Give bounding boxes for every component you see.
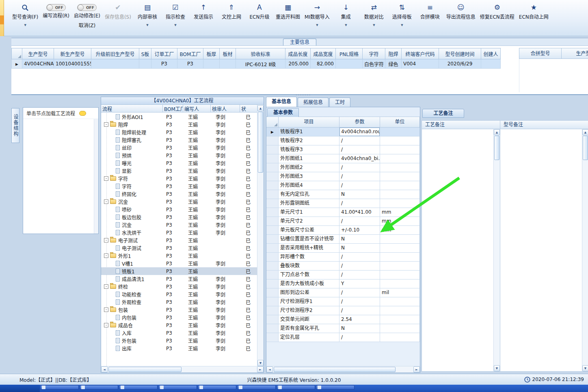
column-header[interactable]: 单位 bbox=[380, 117, 420, 128]
toolbar-button[interactable]: A ECN升级 ▼ bbox=[248, 2, 271, 27]
process-step-row[interactable]: - 喷砂 P3 王娟 李剑 已 bbox=[101, 206, 257, 213]
column-header[interactable]: 工艺备注 bbox=[422, 120, 500, 129]
column-header[interactable]: 参数 bbox=[339, 117, 380, 128]
param-row[interactable]: ▶ 单元尺寸1 41.00*41.00 mm bbox=[266, 208, 420, 217]
toolbar-button[interactable]: ▤ 内部审核 ▼ bbox=[136, 2, 159, 27]
row-selector[interactable]: ▶ bbox=[266, 244, 279, 253]
toolbar-button[interactable]: ▦ 重选开料图 ▼ bbox=[276, 2, 300, 27]
taskbar-button[interactable] bbox=[80, 385, 118, 390]
process-step-row[interactable]: - 电子测试 P3 王娟 已 bbox=[101, 244, 257, 252]
param-row[interactable]: ▶ 有无内定位孔 N bbox=[266, 190, 420, 199]
param-value-cell[interactable]: N bbox=[339, 324, 380, 333]
toolbar-button[interactable]: ☺ 导出流程信息 ▼ bbox=[446, 2, 476, 27]
param-value-cell[interactable]: N bbox=[339, 235, 380, 244]
write-flow-toggle[interactable]: OFF bbox=[46, 4, 66, 11]
row-selector[interactable]: ▶ bbox=[266, 208, 279, 217]
param-row[interactable]: ▶ 图形到边公差 / mil bbox=[266, 288, 420, 297]
chevron-down-icon[interactable]: ▼ bbox=[174, 24, 176, 27]
param-value-cell[interactable]: 4v004chna0.rou bbox=[339, 128, 380, 136]
collapse-icon[interactable]: - bbox=[104, 238, 108, 243]
taskbar-button[interactable] bbox=[198, 385, 236, 390]
process-step-row[interactable]: - 内包装 P3 王娟 李剑 已 bbox=[101, 314, 257, 321]
row-selector[interactable]: ▶ bbox=[266, 324, 279, 333]
column-header[interactable]: 验收标准 bbox=[236, 48, 285, 59]
column-header[interactable]: 成品长度 bbox=[285, 48, 311, 59]
enable-modify-toggle[interactable]: OFF bbox=[77, 4, 97, 11]
column-header[interactable]: BOM工厂 bbox=[163, 105, 183, 113]
scroll-up-button[interactable]: ▲ bbox=[257, 105, 264, 111]
process-step-row[interactable]: - 板边包胶 P3 王娟 李剑 已 bbox=[101, 213, 257, 221]
tab-device-structure[interactable]: 设备结构 bbox=[11, 108, 19, 143]
toolbar-button[interactable]: ⇑ 文控上网 ▼ bbox=[220, 2, 243, 27]
column-header[interactable]: 生产型号 bbox=[22, 48, 54, 59]
model-notes-area[interactable]: ▲ ▼ bbox=[500, 129, 588, 372]
column-header[interactable]: 合拼型号 bbox=[519, 48, 562, 59]
row-selector[interactable]: ▶ bbox=[266, 297, 279, 306]
param-value-cell[interactable]: N bbox=[339, 190, 380, 199]
param-row[interactable]: ▶ 铣板程序3 / bbox=[266, 145, 420, 154]
process-step-row[interactable]: - 出库 P3 王娟 李剑 已 bbox=[101, 344, 257, 352]
process-step-row[interactable]: - 字符 P3 王娟 李剑 已 bbox=[101, 182, 257, 190]
taskbar-button[interactable] bbox=[40, 385, 79, 390]
process-step-row[interactable]: - 入库 P3 王娟 李剑 已 bbox=[101, 329, 257, 337]
column-header[interactable]: 型号备注 bbox=[500, 120, 588, 129]
vertical-scrollbar[interactable] bbox=[94, 119, 98, 234]
param-row[interactable]: ▶ 是否为大板铣成小板 Y bbox=[266, 279, 420, 288]
column-header[interactable]: 生产型号 bbox=[562, 48, 588, 59]
toolbar-button[interactable]: ★ ECN自动上网 ▼ bbox=[519, 2, 549, 27]
row-selector[interactable]: ▶ bbox=[266, 271, 279, 279]
scroll-right-button[interactable]: ► bbox=[413, 366, 420, 373]
param-value-cell[interactable]: 2.54 bbox=[339, 315, 380, 324]
toolbar-button[interactable]: ☑ 指示检查 ▼ bbox=[164, 2, 187, 27]
param-row[interactable]: ▶ 下刀点总个数 / bbox=[266, 271, 420, 279]
process-step-row[interactable]: - 预烘 P3 王娟 李剑 已 bbox=[101, 152, 257, 159]
param-row[interactable]: ▶ 单元板尺寸公差 +/-0.10 mm bbox=[266, 226, 420, 235]
scroll-down-button[interactable]: ▼ bbox=[494, 365, 500, 371]
param-row[interactable]: ▶ 铣板程序2 / bbox=[266, 136, 420, 145]
row-selector[interactable]: ▶ bbox=[12, 59, 22, 69]
param-row[interactable]: ▶ 交货单元间距 2.54 bbox=[266, 315, 420, 324]
toolbar-button[interactable]: ⇄ 数据对比 ▼ bbox=[362, 2, 386, 27]
param-value-cell[interactable]: / bbox=[339, 172, 380, 181]
taskbar-button[interactable] bbox=[316, 385, 355, 390]
chevron-down-icon[interactable]: ▼ bbox=[373, 24, 375, 27]
row-selector[interactable]: ▶ bbox=[266, 253, 279, 262]
row-selector[interactable]: ▶ bbox=[266, 181, 279, 190]
chevron-down-icon[interactable]: ▼ bbox=[146, 24, 148, 27]
model-query-button[interactable]: 型号查询(F) ▼ bbox=[12, 2, 38, 27]
select-all-corner[interactable] bbox=[266, 117, 279, 128]
scrollbar-thumb[interactable] bbox=[494, 136, 499, 160]
column-header[interactable]: 流程 bbox=[101, 105, 163, 113]
toolbar-button[interactable]: ↑ 发送指示 ▼ bbox=[192, 2, 215, 27]
param-row[interactable]: ▶ 异形槽个数 / bbox=[266, 253, 420, 262]
process-step-row[interactable]: - 沉金 P3 王娟 李剑 已 bbox=[101, 221, 257, 229]
param-value-cell[interactable]: / bbox=[339, 262, 380, 271]
process-step-row[interactable]: - 终检 P3 王娟 李剑 已 bbox=[101, 283, 257, 290]
param-value-cell[interactable]: / bbox=[339, 253, 380, 262]
param-value-cell[interactable]: / bbox=[339, 306, 380, 315]
param-row[interactable]: ▶ 铣板程序1 4v004chna0.rou bbox=[266, 128, 420, 136]
scrollbar-thumb[interactable] bbox=[583, 136, 588, 160]
process-step-row[interactable]: - 水洗烘干 P3 王娟 李剑 已 bbox=[101, 229, 257, 236]
process-step-row[interactable]: - 外观检查 P3 王娟 李剑 已 bbox=[101, 298, 257, 306]
process-step-row[interactable]: - 阻焊前处理 P3 王娟 李剑 已 bbox=[101, 128, 257, 136]
param-row[interactable]: ▶ 叠板块数 / bbox=[266, 262, 420, 271]
param-row[interactable]: ▶ 外形图纸4 / bbox=[266, 181, 420, 190]
taskbar-button[interactable] bbox=[277, 385, 315, 390]
main-info-row[interactable]: ▶ 4V004CHNA010010400155531P3P3IPC-6012 Ⅱ… bbox=[12, 59, 501, 69]
column-header[interactable]: BOM工厂 bbox=[177, 48, 203, 59]
collapse-icon[interactable]: - bbox=[104, 199, 108, 204]
tab-main-info[interactable]: 主要信息 bbox=[283, 39, 316, 45]
chevron-down-icon[interactable]: ▼ bbox=[24, 24, 26, 27]
column-header[interactable]: 阻焊 bbox=[385, 48, 402, 59]
process-step-row[interactable]: - 沉金 P3 王娟 李剑 已 bbox=[101, 198, 257, 206]
row-selector[interactable]: ▶ bbox=[266, 199, 279, 208]
param-row[interactable]: ▶ 是否采用粗铣+精铣 N bbox=[266, 244, 420, 253]
process-step-row[interactable]: - 字符 P3 王娟 李剑 已 bbox=[101, 175, 257, 182]
column-header[interactable]: 核审人 bbox=[211, 105, 240, 113]
param-value-cell[interactable]: / bbox=[339, 199, 380, 208]
column-header[interactable]: 成品宽度 bbox=[311, 48, 336, 59]
collapse-icon[interactable]: - bbox=[104, 323, 108, 327]
process-step-row[interactable]: - 功能检查 P3 王娟 李剑 已 bbox=[101, 290, 257, 298]
process-step-row[interactable]: - 包装 P3 王娟 李剑 已 bbox=[101, 306, 257, 314]
